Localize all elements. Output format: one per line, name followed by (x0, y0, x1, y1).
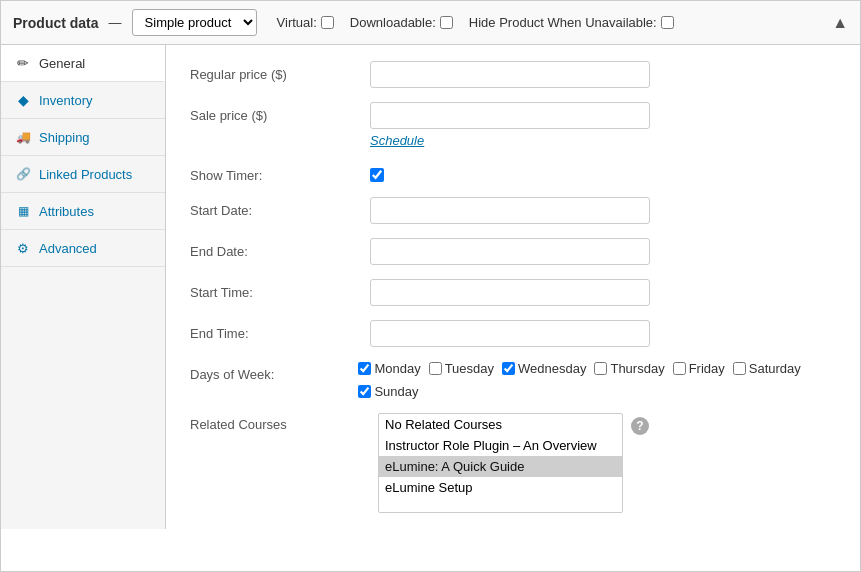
start-time-field: 9:00 AM (370, 279, 650, 306)
downloadable-label[interactable]: Downloadable: (350, 15, 453, 30)
sidebar-item-attributes[interactable]: ▦ Attributes (1, 193, 165, 230)
sidebar-item-inventory[interactable]: ◆ Inventory (1, 82, 165, 119)
show-timer-field (370, 162, 384, 182)
sidebar-item-linked-products[interactable]: 🔗 Linked Products (1, 156, 165, 193)
day-wednesday-checkbox[interactable] (502, 362, 515, 375)
related-courses-label: Related Courses (190, 413, 370, 432)
advanced-icon: ⚙ (15, 240, 31, 256)
related-courses-row: Related Courses No Related Courses Instr… (190, 413, 836, 513)
day-friday: Friday (673, 361, 725, 376)
show-timer-row: Show Timer: (190, 162, 836, 183)
regular-price-input[interactable]: 10 (370, 61, 650, 88)
general-icon: ✏ (15, 55, 31, 71)
day-tuesday: Tuesday (429, 361, 494, 376)
start-time-label: Start Time: (190, 279, 370, 300)
start-date-row: Start Date: 09/01/2018 (190, 197, 836, 224)
start-date-label: Start Date: (190, 197, 370, 218)
related-courses-select[interactable]: No Related Courses Instructor Role Plugi… (378, 413, 623, 513)
end-date-row: End Date: 09/05/2018 (190, 238, 836, 265)
sidebar-item-label: General (39, 56, 85, 71)
day-tuesday-checkbox[interactable] (429, 362, 442, 375)
sidebar-item-advanced[interactable]: ⚙ Advanced (1, 230, 165, 267)
day-monday: Monday (358, 361, 420, 376)
regular-price-row: Regular price ($) 10 (190, 61, 836, 88)
course-option-no-related[interactable]: No Related Courses (379, 414, 622, 435)
downloadable-checkbox[interactable] (440, 16, 453, 29)
attributes-icon: ▦ (15, 203, 31, 219)
sidebar-item-shipping[interactable]: 🚚 Shipping (1, 119, 165, 156)
collapse-button[interactable]: ▲ (832, 14, 848, 32)
days-of-week-label: Days of Week: (190, 361, 358, 382)
end-time-input[interactable]: 10:00 AM (370, 320, 650, 347)
sidebar-item-label: Inventory (39, 93, 92, 108)
end-date-field: 09/05/2018 (370, 238, 650, 265)
regular-price-field: 10 (370, 61, 650, 88)
hide-unavailable-label[interactable]: Hide Product When Unavailable: (469, 15, 674, 30)
product-data-body: ✏ General ◆ Inventory 🚚 Shipping 🔗 Linke… (1, 45, 860, 529)
day-thursday: Thursday (594, 361, 664, 376)
end-time-label: End Time: (190, 320, 370, 341)
virtual-label[interactable]: Virtual: (277, 15, 334, 30)
show-timer-label: Show Timer: (190, 162, 370, 183)
sidebar: ✏ General ◆ Inventory 🚚 Shipping 🔗 Linke… (1, 45, 166, 529)
sidebar-item-general[interactable]: ✏ General (1, 45, 165, 82)
inventory-icon: ◆ (15, 92, 31, 108)
start-date-input[interactable]: 09/01/2018 (370, 197, 650, 224)
end-time-field: 10:00 AM (370, 320, 650, 347)
start-time-input[interactable]: 9:00 AM (370, 279, 650, 306)
day-sunday: Sunday (358, 384, 418, 399)
sidebar-item-label: Linked Products (39, 167, 132, 182)
sale-price-label: Sale price ($) (190, 102, 370, 123)
end-date-input[interactable]: 09/05/2018 (370, 238, 650, 265)
sale-price-field: 5 Schedule (370, 102, 650, 148)
header-checkboxes: Virtual: Downloadable: Hide Product When… (277, 15, 674, 30)
day-friday-checkbox[interactable] (673, 362, 686, 375)
days-of-week-row: Days of Week: Monday Tuesday Wednesday (190, 361, 836, 399)
day-saturday-checkbox[interactable] (733, 362, 746, 375)
start-time-row: Start Time: 9:00 AM (190, 279, 836, 306)
days-of-week-field: Monday Tuesday Wednesday Thursday (358, 361, 836, 399)
course-option-instructor[interactable]: Instructor Role Plugin – An Overview (379, 435, 622, 456)
day-wednesday: Wednesday (502, 361, 586, 376)
day-monday-checkbox[interactable] (358, 362, 371, 375)
show-timer-checkbox[interactable] (370, 168, 384, 182)
product-data-title: Product data (13, 15, 99, 31)
linked-products-icon: 🔗 (15, 166, 31, 182)
sale-price-row: Sale price ($) 5 Schedule (190, 102, 836, 148)
main-content: Regular price ($) 10 Sale price ($) 5 Sc… (166, 45, 860, 529)
start-date-field: 09/01/2018 (370, 197, 650, 224)
end-time-row: End Time: 10:00 AM (190, 320, 836, 347)
product-data-panel: Product data — Simple product Virtual: D… (0, 0, 861, 572)
hide-unavailable-checkbox[interactable] (661, 16, 674, 29)
sidebar-item-label: Attributes (39, 204, 94, 219)
shipping-icon: 🚚 (15, 129, 31, 145)
regular-price-label: Regular price ($) (190, 61, 370, 82)
course-option-elumine-setup[interactable]: eLumine Setup (379, 477, 622, 498)
day-saturday: Saturday (733, 361, 801, 376)
virtual-checkbox[interactable] (321, 16, 334, 29)
end-date-label: End Date: (190, 238, 370, 259)
sidebar-item-label: Advanced (39, 241, 97, 256)
help-icon[interactable]: ? (631, 417, 649, 435)
day-sunday-checkbox[interactable] (358, 385, 371, 398)
schedule-link[interactable]: Schedule (370, 133, 650, 148)
sale-price-input[interactable]: 5 (370, 102, 650, 129)
day-thursday-checkbox[interactable] (594, 362, 607, 375)
sidebar-item-label: Shipping (39, 130, 90, 145)
product-data-header: Product data — Simple product Virtual: D… (1, 1, 860, 45)
course-option-elumine-quick-guide[interactable]: eLumine: A Quick Guide (379, 456, 622, 477)
product-type-select[interactable]: Simple product (132, 9, 257, 36)
